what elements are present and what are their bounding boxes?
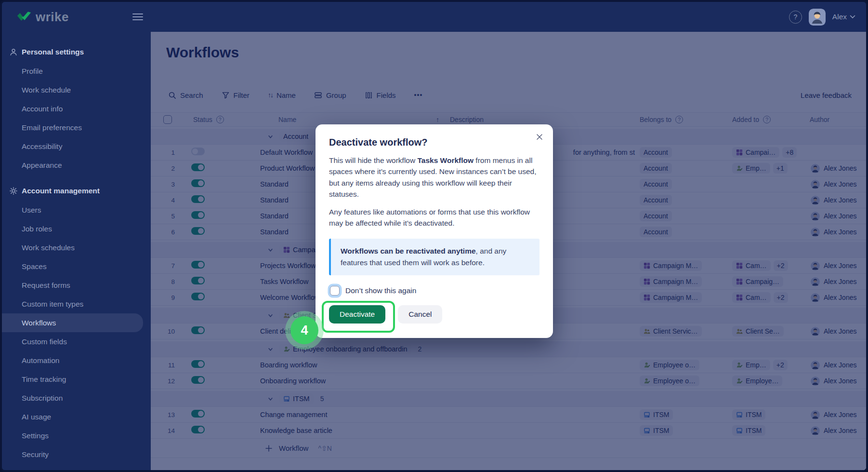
sidebar-item-spaces[interactable]: Spaces	[2, 257, 143, 276]
dialog-body-1: This will hide the workflow Tasks Workfl…	[329, 155, 539, 200]
gear-icon	[9, 187, 18, 195]
wrike-check-icon	[16, 11, 32, 23]
workflow-name-bold: Tasks Workflow	[417, 156, 473, 164]
dialog-body-2: Any features like automations or forms t…	[329, 206, 539, 229]
info-callout: Workflows can be reactivated anytime, an…	[329, 239, 539, 275]
wrike-logo: wrike	[16, 10, 69, 25]
sidebar-section: Account managementUsersJob rolesWork sch…	[2, 181, 151, 470]
sidebar-item-settings[interactable]: Settings	[2, 426, 143, 445]
sidebar-item-security[interactable]: Security	[2, 445, 143, 464]
topbar: wrike ? Alex	[2, 2, 866, 32]
sidebar-item-job-roles[interactable]: Job roles	[2, 219, 143, 238]
deactivate-button[interactable]: Deactivate	[329, 305, 385, 324]
sidebar-item-custom-item-types[interactable]: Custom item types	[2, 295, 143, 313]
dialog-title: Deactivate workflow?	[329, 137, 539, 148]
sidebar-item-automation[interactable]: Automation	[2, 351, 143, 370]
sidebar-item-accessibility[interactable]: Accessibility	[2, 137, 143, 156]
app-window: wrike ? Alex	[0, 0, 868, 472]
close-icon[interactable]	[534, 132, 545, 142]
sidebar-item-account-info[interactable]: Account info	[2, 99, 143, 118]
help-icon[interactable]: ?	[789, 11, 802, 24]
chevron-down-icon	[850, 15, 855, 19]
sidebar-item-ai-usage[interactable]: AI usage	[2, 407, 143, 426]
hamburger-menu-icon[interactable]	[132, 13, 143, 21]
sidebar-item-request-forms[interactable]: Request forms	[2, 276, 143, 295]
user-menu[interactable]: Alex	[832, 13, 855, 21]
deactivate-workflow-dialog: Deactivate workflow? This will hide the …	[316, 124, 553, 338]
person-icon	[9, 48, 18, 56]
sidebar-item-activity-reports[interactable]: Activity reports	[2, 464, 143, 470]
sidebar-item-work-schedule[interactable]: Work schedule	[2, 81, 143, 99]
topbar-right: ? Alex	[789, 9, 866, 26]
brand-name: wrike	[36, 10, 69, 25]
dialog-buttons: Deactivate Cancel	[329, 305, 539, 324]
sidebar-section-title: Account management	[2, 181, 151, 201]
sidebar-item-email-preferences[interactable]: Email preferences	[2, 118, 143, 137]
user-avatar[interactable]	[809, 9, 826, 26]
sidebar-section: Personal settingsProfileWork scheduleAcc…	[2, 42, 151, 175]
dont-show-again-label: Don’t show this again	[345, 286, 416, 295]
body: Personal settingsProfileWork scheduleAcc…	[2, 32, 866, 470]
content-area: Workflows Search Filter ↑↓ Name Group	[151, 32, 866, 470]
sidebar-section-title: Personal settings	[2, 42, 151, 62]
deactivate-annotation-box: Deactivate	[329, 305, 385, 324]
topbar-left: wrike	[2, 2, 151, 32]
cancel-button[interactable]: Cancel	[398, 305, 442, 324]
sidebar-item-work-schedules[interactable]: Work schedules	[2, 238, 143, 257]
sidebar: Personal settingsProfileWork scheduleAcc…	[2, 32, 151, 470]
sidebar-item-subscription[interactable]: Subscription	[2, 389, 143, 407]
step-badge: 4	[290, 316, 318, 344]
sidebar-item-workflows[interactable]: Workflows	[2, 313, 143, 332]
user-name: Alex	[832, 13, 847, 21]
sidebar-item-time-tracking[interactable]: Time tracking	[2, 370, 143, 389]
sidebar-item-profile[interactable]: Profile	[2, 62, 143, 81]
dont-show-again-checkbox[interactable]	[330, 286, 340, 296]
sidebar-item-custom-fields[interactable]: Custom fields	[2, 332, 143, 351]
dont-show-again-row: Don’t show this again	[329, 286, 539, 296]
sidebar-item-appearance[interactable]: Appearance	[2, 156, 143, 175]
sidebar-item-users[interactable]: Users	[2, 201, 143, 219]
